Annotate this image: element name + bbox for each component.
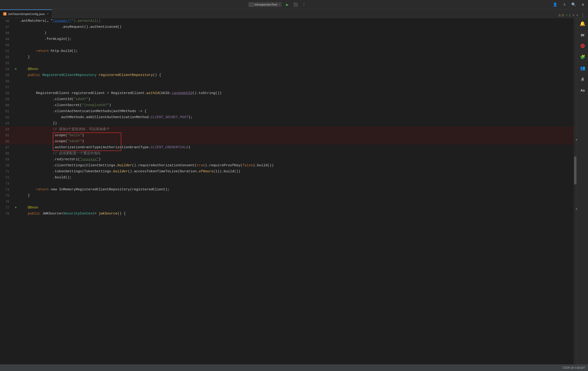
run-config[interactable]: IntrospectionTest ▾	[248, 2, 282, 7]
code-line-76: 76	[0, 199, 574, 205]
tab-filename: JwtTokenSimpleConfig.java	[8, 12, 45, 16]
code-line-65: 65 .scope("hello")	[0, 132, 574, 138]
spring-icon[interactable]	[579, 42, 586, 50]
code-line-62: 62 authMethods.add(ClientAuthenticationM…	[0, 114, 574, 120]
code-line-55: 55 public RegisteredClientRepository reg…	[0, 72, 574, 78]
code-line-70: 70 .clientSettings(ClientSettings.builde…	[0, 163, 574, 169]
code-line-72: 72 .build();	[0, 175, 574, 181]
tab-close-button[interactable]: ×	[47, 12, 49, 16]
code-line-69: 69 .redirectUri("xxxxxxx")	[0, 157, 574, 163]
code-line-74: 74 return new InMemoryRegisteredClientRe…	[0, 187, 574, 193]
warning-count: ⚠ 2	[558, 13, 564, 17]
code-line-56: 56	[0, 78, 574, 84]
main-content: 46 .antMatchers(☁ "/issuer/*").permitAll…	[0, 18, 588, 364]
scrollbar-thumb[interactable]	[574, 157, 577, 184]
code-editor[interactable]: 46 .antMatchers(☁ "/issuer/*").permitAll…	[0, 18, 577, 364]
spellcheck-icon[interactable]: Aa	[579, 87, 586, 94]
code-line-66: 66 .scope("xdx97")	[0, 138, 574, 145]
code-line-49: 49 .formLogin();	[0, 36, 574, 42]
more-run-options[interactable]: ⋮	[301, 2, 307, 7]
chevron-down-icon: ▾	[278, 3, 280, 6]
bean-marker-54: ☘	[15, 66, 17, 72]
font-translate-icon[interactable]: A	[579, 75, 586, 83]
collapse-warnings-icon[interactable]: ∨	[577, 13, 578, 17]
profile-icon[interactable]: 👤	[552, 2, 558, 7]
bean-marker-77: ☘	[15, 205, 17, 211]
settings-icon[interactable]: ⚙	[580, 2, 586, 7]
database-icon[interactable]: m	[579, 31, 586, 38]
code-line-58: 58 RegisteredClient registeredClient = R…	[0, 90, 574, 96]
ok-count: ✓ 1	[566, 13, 571, 17]
code-line-47: 47 .anyRequest().authenticated()	[0, 24, 574, 30]
code-line-67: 67 .authorizationGrantType(Authorization…	[0, 145, 574, 150]
scrollbar[interactable]	[574, 18, 577, 364]
code-line-59: 59 .clientId("xdx97")	[0, 96, 574, 102]
warning-marker-1	[576, 139, 577, 140]
search-icon[interactable]: 🔍	[571, 2, 577, 7]
code-line-64: 64 // 添加2个是告诉你，可以添加多个	[0, 127, 574, 132]
code-line-60: 60 .clientSecret("{noop}xdx97")	[0, 102, 574, 108]
code-line-61: 61 .clientAuthenticationMethods(authMeth…	[0, 108, 574, 114]
code-line-71: 71 .tokenSettings(TokenSettings.builder(…	[0, 169, 574, 175]
code-line-73: 73	[0, 181, 574, 187]
run-config-icon	[250, 3, 253, 6]
notifications-icon[interactable]: 🔔	[579, 20, 586, 27]
tab-more-icon[interactable]: ⋮	[580, 12, 586, 18]
java-file-icon: J	[3, 12, 7, 16]
puzzle-icon[interactable]: 🧩	[579, 53, 586, 61]
code-line-57: 57	[0, 84, 574, 90]
code-line-50: 50	[0, 42, 574, 48]
status-bar: CSDN @小道仙97	[0, 364, 588, 371]
code-line-46: 46 .antMatchers(☁ "/issuer/*").permitAll…	[0, 18, 574, 24]
code-line-68: 68 // 必须要配置一个重定向地址	[0, 150, 574, 157]
code-lines: 46 .antMatchers(☁ "/issuer/*").permitAll…	[0, 18, 574, 217]
status-text: CSDN @小道仙97	[562, 366, 585, 370]
code-line-78: 78 public JWKSource<SecurityContext> jwk…	[0, 211, 574, 217]
code-line-63: 63 })	[0, 120, 574, 127]
tab-bar: J JwtTokenSimpleConfig.java × ⚠ 2 ✓ 1 ∧ …	[0, 9, 588, 18]
debug-button[interactable]: ⬛	[293, 2, 298, 7]
top-bar: IntrospectionTest ▾ ▶ ⬛ ⋮ 👤 A 🔍 ⚙	[0, 0, 588, 9]
code-line-52: 52 }	[0, 54, 574, 60]
tab-bar-actions: ⚠ 2 ✓ 1 ∧ ∨ ⋮	[558, 12, 588, 18]
code-line-75: 75 }	[0, 193, 574, 199]
code-content: 46 .antMatchers(☁ "/issuer/*").permitAll…	[0, 18, 574, 364]
code-line-54: 54 ☘ @Bean	[0, 66, 574, 72]
run-config-label: IntrospectionTest	[254, 3, 277, 6]
copilot-icon[interactable]: 👥	[579, 64, 586, 72]
code-line-51: 51 return http.build();	[0, 48, 574, 54]
top-bar-center: IntrospectionTest ▾ ▶ ⬛ ⋮	[248, 2, 307, 7]
code-line-77: 77 ☘ @Bean	[0, 205, 574, 211]
code-line-53: 53	[0, 60, 574, 66]
code-line-48: 48 )	[0, 30, 574, 36]
expand-warnings-icon[interactable]: ∧	[572, 13, 574, 17]
file-tab[interactable]: J JwtTokenSimpleConfig.java ×	[0, 10, 52, 18]
top-bar-icons: 👤 A 🔍 ⚙	[552, 2, 586, 7]
right-toolbar: 🔔 m 🧩 👥 A Aa	[577, 18, 588, 364]
font-size-icon[interactable]: A	[562, 2, 567, 7]
run-button[interactable]: ▶	[284, 2, 290, 7]
warning-marker-2	[576, 209, 577, 209]
